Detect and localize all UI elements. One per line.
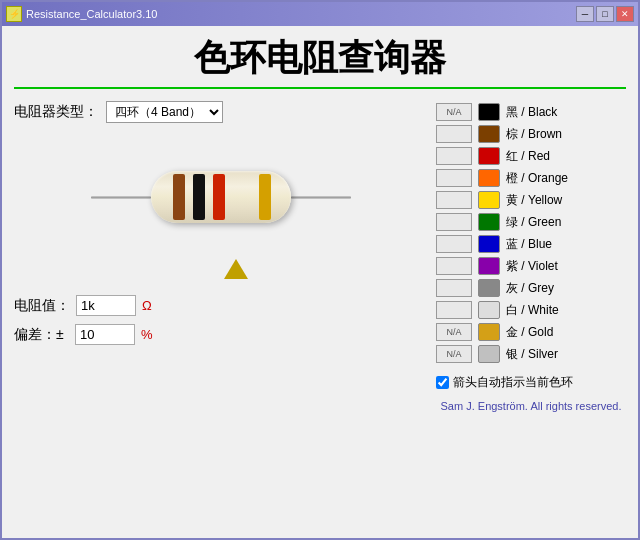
color-legend: N/A黑 / Black棕 / Brown红 / Red橙 / Orange黄 … [436,101,626,530]
color-row: 蓝 / Blue [436,233,626,255]
color-badge: N/A [436,323,472,341]
color-swatch [478,125,500,143]
main-window: ⚡ Resistance_Calculator3.10 ─ □ ✕ 色环电阻查询… [0,0,640,540]
color-badge: N/A [436,345,472,363]
color-row: 黄 / Yellow [436,189,626,211]
tolerance-row: 偏差：± % [14,324,428,345]
close-button[interactable]: ✕ [616,6,634,22]
color-row: N/A金 / Gold [436,321,626,343]
color-label: 蓝 / Blue [506,236,552,253]
band-4 [259,174,271,220]
color-badge [436,301,472,319]
color-row: 紫 / Violet [436,255,626,277]
resistance-label: 电阻值： [14,297,70,315]
color-label: 灰 / Grey [506,280,554,297]
color-label: 黑 / Black [506,104,557,121]
values-area: 电阻值： Ω 偏差：± % [14,295,428,345]
resistance-input[interactable] [76,295,136,316]
color-row: 橙 / Orange [436,167,626,189]
app-icon: ⚡ [6,6,22,22]
arrow-indicator-area [14,259,428,279]
color-row: N/A银 / Silver [436,343,626,365]
tolerance-unit: % [141,327,153,342]
color-label: 白 / White [506,302,559,319]
wire-left [91,196,151,199]
tolerance-input[interactable] [75,324,135,345]
resistance-row: 电阻值： Ω [14,295,428,316]
tolerance-label: 偏差：± [14,326,69,344]
color-label: 黄 / Yellow [506,192,562,209]
color-label: 棕 / Brown [506,126,562,143]
band-3 [213,174,225,220]
title-bar-left: ⚡ Resistance_Calculator3.10 [6,6,157,22]
band-1 [173,174,185,220]
color-label: 银 / Silver [506,346,558,363]
color-swatch [478,235,500,253]
color-swatch [478,323,500,341]
color-row: 棕 / Brown [436,123,626,145]
maximize-button[interactable]: □ [596,6,614,22]
window-controls: ─ □ ✕ [576,6,634,22]
color-swatch [478,301,500,319]
color-badge [436,213,472,231]
color-swatch [478,279,500,297]
color-label: 紫 / Violet [506,258,558,275]
band-type-select[interactable]: 三环（3 Band） 四环（4 Band） 五环（5 Band） 六环（6 Ba… [106,101,223,123]
color-row: 灰 / Grey [436,277,626,299]
color-row: N/A黑 / Black [436,101,626,123]
auto-arrow-checkbox[interactable] [436,376,449,389]
color-badge [436,147,472,165]
resistor-diagram [14,147,428,247]
title-divider [14,87,626,89]
app-content: 色环电阻查询器 电阻器类型： 三环（3 Band） 四环（4 Band） 五环（… [2,26,638,538]
color-swatch [478,345,500,363]
color-label: 红 / Red [506,148,550,165]
color-row: 红 / Red [436,145,626,167]
auto-arrow-label: 箭头自动指示当前色环 [453,374,573,391]
title-bar: ⚡ Resistance_Calculator3.10 ─ □ ✕ [2,2,638,26]
color-row: 白 / White [436,299,626,321]
color-label: 金 / Gold [506,324,553,341]
band-selector-row: 电阻器类型： 三环（3 Band） 四环（4 Band） 五环（5 Band） … [14,101,428,123]
color-badge [436,235,472,253]
color-rows: N/A黑 / Black棕 / Brown红 / Red橙 / Orange黄 … [436,101,626,365]
band-2 [193,174,205,220]
app-title: 色环电阻查询器 [14,34,626,83]
band-arrow-icon [224,259,248,279]
color-swatch [478,213,500,231]
auto-arrow-row: 箭头自动指示当前色环 [436,374,626,391]
band-selector-label: 电阻器类型： [14,103,98,121]
wire-right [291,196,351,199]
color-row: 绿 / Green [436,211,626,233]
color-label: 绿 / Green [506,214,561,231]
color-swatch [478,103,500,121]
color-badge [436,191,472,209]
window-title: Resistance_Calculator3.10 [26,8,157,20]
color-swatch [478,169,500,187]
color-badge [436,279,472,297]
footer-text: Sam J. Engström. All rights reserved. [436,400,626,412]
resistor-body [151,171,291,223]
color-badge [436,257,472,275]
color-badge: N/A [436,103,472,121]
color-badge [436,125,472,143]
color-badge [436,169,472,187]
color-swatch [478,191,500,209]
resistance-unit: Ω [142,298,152,313]
color-swatch [478,147,500,165]
left-panel: 电阻器类型： 三环（3 Band） 四环（4 Band） 五环（5 Band） … [14,101,428,530]
color-swatch [478,257,500,275]
minimize-button[interactable]: ─ [576,6,594,22]
color-label: 橙 / Orange [506,170,568,187]
main-area: 电阻器类型： 三环（3 Band） 四环（4 Band） 五环（5 Band） … [14,101,626,530]
